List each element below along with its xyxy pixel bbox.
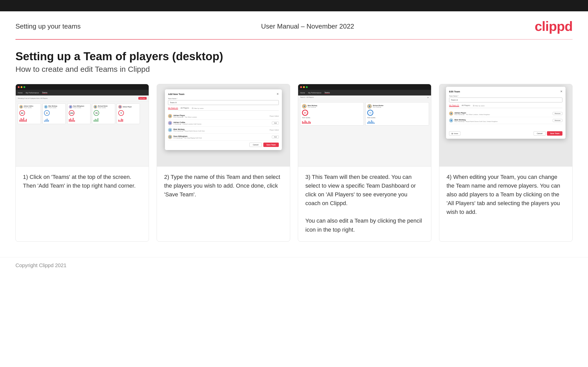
mock-add-btn-4[interactable]: Add bbox=[272, 135, 279, 138]
mock-bar bbox=[47, 119, 48, 122]
mock-bars-2 bbox=[44, 117, 64, 122]
mock-subheader-text-3: Team A · All Players bbox=[300, 97, 314, 99]
mock-app-1: Home My Performance Teams Showing 4 out … bbox=[16, 84, 149, 166]
mock-player-details-4: Dave Billingham 3.5 Handicap · The Gog M… bbox=[173, 135, 202, 139]
dialog-label-2: Team Name * bbox=[168, 98, 279, 99]
mock-bar bbox=[70, 118, 71, 122]
page-title: Setting up a Team of players (desktop) bbox=[15, 50, 573, 63]
mock-dot-red bbox=[18, 86, 20, 88]
card-3: Home My Performance Teams Team A · All P… bbox=[298, 84, 431, 242]
mock-edit-dialog-4: Edit Team ✕ Team Name * My Team (2) All … bbox=[446, 87, 566, 139]
mock-team-phcp-2: Plus Handicap bbox=[373, 106, 383, 108]
mock-bars-5 bbox=[118, 117, 138, 122]
mock-dialog-header-2: Add New Team ✕ bbox=[168, 92, 279, 96]
mock-remove-btn-2[interactable]: Remove bbox=[553, 119, 562, 122]
mock-nav-teams: Teams bbox=[42, 92, 47, 94]
mock-nav-3: Home My Performance Teams bbox=[298, 90, 431, 95]
mock-edit-row-1: 👤 Adrian Player Plus Handicap · The Shir… bbox=[449, 110, 562, 117]
dialog-cancel-btn-2[interactable]: Cancel bbox=[249, 143, 262, 147]
mock-team-phcp-1: Plus Handicap bbox=[308, 106, 317, 108]
mock-club-3: Plus Handicap · Royal North Devon Golf C… bbox=[173, 130, 205, 132]
header-divider bbox=[15, 39, 573, 40]
card-2: Add New Team ✕ Team Name * My Team (2) A… bbox=[157, 84, 290, 242]
mock-player-row-4: 👤 Dave Billingham 3.5 Handicap · The Gog… bbox=[168, 134, 279, 141]
mock-player-avatar-2: 👤 bbox=[168, 121, 172, 125]
mock-dot-green-3 bbox=[306, 86, 308, 88]
mock-avatar-3: 👤 bbox=[69, 105, 72, 109]
trash-icon: 🗑 bbox=[451, 133, 453, 134]
mock-bars-1 bbox=[19, 117, 39, 122]
mock-edit-club-2: Plus Handicap · Royal North Devon Golf C… bbox=[455, 121, 498, 122]
dialog-delete-btn[interactable]: 🗑 Delete bbox=[449, 131, 460, 136]
mock-club-1: Plus Handicap · The Shire London bbox=[173, 116, 197, 118]
mock-bar bbox=[71, 120, 72, 122]
mock-tab-myteam-4[interactable]: My Team (2) bbox=[449, 104, 459, 107]
mock-player-avatar-3: 👤 bbox=[168, 128, 172, 132]
dialog-save-btn-2[interactable]: Save Team bbox=[263, 143, 279, 147]
mock-app-3: Home My Performance Teams Team A · All P… bbox=[298, 84, 431, 166]
mock-remove-btn-1[interactable]: Remove bbox=[553, 112, 562, 115]
mock-avatar-4: 👤 bbox=[94, 105, 97, 109]
clippd-logo: clippd bbox=[535, 19, 573, 34]
mock-dot-green bbox=[23, 86, 25, 88]
mock-bar bbox=[69, 119, 70, 122]
edit-dialog-title: Edit Team bbox=[449, 90, 460, 93]
mock-dot-yellow-3 bbox=[303, 86, 305, 88]
mock-team-score-2: 72 bbox=[367, 110, 373, 116]
mock-tab-myteam[interactable]: My Team (2) bbox=[168, 107, 178, 109]
mock-status-3: Player Added bbox=[270, 129, 279, 131]
mock-bar bbox=[374, 123, 375, 124]
mock-bar bbox=[97, 118, 98, 122]
edit-dialog-input[interactable] bbox=[449, 98, 562, 102]
dialog-input-2[interactable] bbox=[168, 100, 279, 105]
card-4-text: 4) When editing your Team, you can chang… bbox=[439, 167, 572, 241]
page-title-section: Setting up a Team of players (desktop) H… bbox=[0, 50, 588, 84]
mock-bar bbox=[118, 120, 119, 122]
dialog-close-2[interactable]: ✕ bbox=[276, 92, 279, 96]
mock-player-info-4: 👤 Dave Billingham 3.5 Handicap · The Gog… bbox=[168, 135, 202, 139]
header-left-text: Setting up your teams bbox=[15, 22, 81, 30]
mock-player-row-1: 👤 Adrian Player Plus Handicap · The Shir… bbox=[168, 113, 279, 120]
mock-player-info-3: 👤 Blair McHarg Plus Handicap · Royal Nor… bbox=[168, 128, 205, 132]
header-center-text: User Manual – November 2022 bbox=[261, 22, 354, 30]
mock-edit-avatar-2: 👤 bbox=[449, 118, 453, 123]
dialog-action-btns: Cancel Save Team bbox=[533, 131, 562, 136]
mock-edit-info-2: 👤 Blair McHarg Plus Handicap · Royal Nor… bbox=[449, 118, 498, 123]
card-4-screenshot: Edit Team ✕ Team Name * My Team (2) All … bbox=[439, 84, 572, 167]
mock-team-avatar-2: 👤 bbox=[367, 104, 372, 109]
mock-bar bbox=[303, 122, 304, 124]
mock-bar bbox=[367, 122, 368, 124]
mock-tab-allplayers[interactable]: All Players bbox=[181, 107, 189, 109]
mock-nav-1: Home My Performance Teams bbox=[16, 90, 149, 95]
mock-player-hcp-1: Player Quality bbox=[24, 107, 33, 108]
mock-team-card-1: 👤 Blair McHarg Plus Handicap 94 Team Qua… bbox=[300, 102, 364, 126]
mock-avatar-1: 👤 bbox=[19, 105, 23, 109]
mock-fullname-2: Adrian Coliba bbox=[173, 121, 201, 123]
card-1: Home My Performance Teams Showing 4 out … bbox=[15, 84, 149, 242]
mock-team-bars-1 bbox=[302, 119, 362, 124]
mock-dialog-2: Add New Team ✕ Team Name * My Team (2) A… bbox=[165, 89, 282, 150]
card-4: Edit Team ✕ Team Name * My Team (2) All … bbox=[439, 84, 573, 242]
mock-club-2: 1 Handicap · Central London Golf Centre bbox=[173, 123, 201, 125]
mock-team-score-1: 94 bbox=[302, 110, 308, 116]
mock-bar bbox=[73, 118, 74, 122]
mock-tab-allplayers-4[interactable]: All Players bbox=[462, 104, 470, 107]
edit-dialog-label: Team Name * bbox=[449, 95, 562, 97]
dialog-save-btn-4[interactable]: Save Team bbox=[547, 131, 562, 136]
mock-add-btn-2[interactable]: Add bbox=[272, 121, 279, 125]
mock-subheader-actions: Add Team bbox=[138, 97, 147, 100]
mock-player-card-3: 👤 Dave Billingham Player Quality 194 bbox=[67, 103, 90, 124]
mock-team-bars-2 bbox=[367, 119, 427, 124]
mock-score-5: 72 bbox=[118, 110, 124, 116]
mock-bar bbox=[302, 121, 303, 124]
mock-team-player-header-2: 👤 Richard Butler Plus Handicap bbox=[367, 104, 427, 109]
filter-icon: ☰ bbox=[192, 107, 193, 109]
mock-edit-name-1: Adrian Player bbox=[455, 112, 490, 114]
dialog-cancel-btn-4[interactable]: Cancel bbox=[533, 131, 546, 136]
top-bar bbox=[0, 0, 588, 11]
mock-player-card-2: 👤 Blair McHarg Player Quality 0 bbox=[43, 103, 66, 124]
edit-dialog-close[interactable]: ✕ bbox=[560, 90, 562, 93]
card-3-text: 3) This Team will then be created. You c… bbox=[298, 167, 431, 241]
mock-bar bbox=[370, 122, 371, 124]
mock-bar bbox=[368, 121, 369, 124]
